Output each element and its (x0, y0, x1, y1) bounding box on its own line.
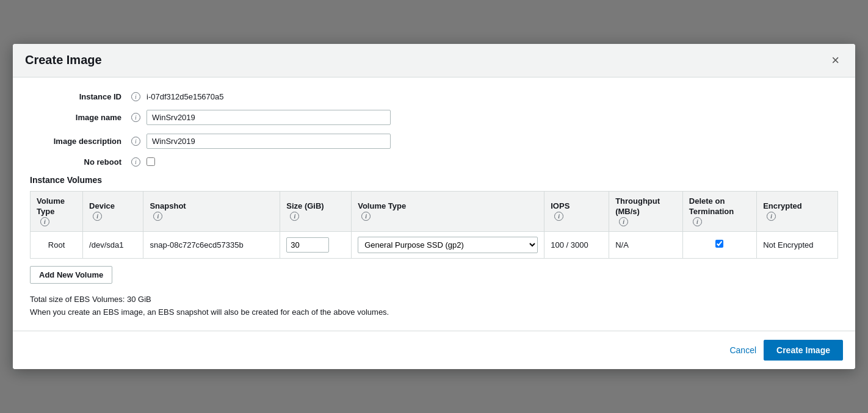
volumes-table-header-row: Volume Type i Device i (31, 191, 838, 231)
th-device-icon: i (93, 212, 102, 221)
instance-id-value: i-07df312d5e15670a5 (146, 92, 224, 101)
th-volume-type-icon: i (40, 217, 49, 226)
volumes-table-body: Root /dev/sda1 snap-08c727c6ecd57335b Ge… (31, 231, 838, 258)
image-description-info-icon: i (131, 137, 140, 146)
th-snapshot: Snapshot i (143, 191, 280, 231)
delete-on-termination-checkbox[interactable] (715, 240, 723, 248)
image-name-info-icon: i (131, 113, 140, 122)
cancel-button[interactable]: Cancel (729, 345, 756, 355)
table-row: Root /dev/sda1 snap-08c727c6ecd57335b Ge… (31, 231, 838, 258)
th-volume-type-col-icon: i (361, 212, 371, 221)
th-iops: IOPS i (544, 191, 609, 231)
instance-id-row: Instance ID i i-07df312d5e15670a5 (30, 92, 838, 101)
th-size-icon: i (290, 212, 299, 221)
add-volume-label: Add New Volume (39, 270, 103, 279)
footer-line2: When you create an EBS image, an EBS sna… (30, 306, 838, 319)
image-name-label: Image name (30, 113, 128, 122)
modal-body: Instance ID i i-07df312d5e15670a5 Image … (13, 77, 855, 331)
th-delete-on-termination: Delete on Termination i (682, 191, 756, 231)
th-throughput: Throughput (MB/s) i (609, 191, 683, 231)
row-snapshot: snap-08c727c6ecd57335b (143, 231, 280, 258)
add-volume-button[interactable]: Add New Volume (30, 266, 112, 284)
instance-id-info-icon: i (131, 92, 140, 101)
row-device: /dev/sda1 (83, 231, 143, 258)
no-reboot-label: No reboot (30, 157, 128, 167)
instance-id-label: Instance ID (30, 92, 128, 101)
create-image-button[interactable]: Create Image (764, 340, 843, 361)
th-throughput-icon: i (619, 217, 628, 226)
instance-volumes-section-title: Instance Volumes (30, 175, 838, 185)
footer-info: Total size of EBS Volumes: 30 GiB When y… (30, 293, 838, 319)
volumes-table-header: Volume Type i Device i (31, 191, 838, 231)
th-encrypted: Encrypted i (757, 191, 838, 231)
th-volume-type: Volume Type i (31, 191, 83, 231)
th-size: Size (GiB) i (280, 191, 352, 231)
th-encrypted-icon: i (767, 212, 776, 221)
volume-type-select[interactable]: General Purpose SSD (gp2) General Purpos… (358, 237, 538, 253)
modal-overlay: Create Image × Instance ID i i-07df312d5… (0, 0, 868, 413)
image-name-row: Image name i (30, 110, 838, 125)
row-iops: 100 / 3000 (544, 231, 609, 258)
row-throughput: N/A (609, 231, 683, 258)
modal-footer: Cancel Create Image (13, 331, 855, 369)
no-reboot-row: No reboot i (30, 157, 838, 167)
th-iops-icon: i (554, 212, 563, 221)
row-volume-type: Root (31, 231, 83, 258)
no-reboot-info-icon: i (131, 157, 140, 167)
image-description-label: Image description (30, 137, 128, 146)
row-size (280, 231, 352, 258)
footer-line1: Total size of EBS Volumes: 30 GiB (30, 293, 838, 306)
close-button[interactable]: × (828, 52, 843, 68)
row-delete-on-termination (682, 231, 756, 258)
size-input[interactable] (286, 237, 329, 253)
th-device: Device i (83, 191, 143, 231)
th-snapshot-icon: i (153, 212, 162, 221)
image-description-input[interactable] (146, 134, 391, 149)
create-image-modal: Create Image × Instance ID i i-07df312d5… (13, 44, 855, 370)
image-description-row: Image description i (30, 134, 838, 149)
th-volume-type-col: Volume Type i (352, 191, 544, 231)
row-volume-type-select-cell: General Purpose SSD (gp2) General Purpos… (352, 231, 544, 258)
th-delete-icon: i (693, 217, 702, 226)
no-reboot-checkbox[interactable] (146, 157, 155, 166)
modal-title: Create Image (25, 53, 102, 67)
row-encrypted: Not Encrypted (757, 231, 838, 258)
volumes-table: Volume Type i Device i (30, 191, 838, 259)
modal-header: Create Image × (13, 44, 855, 77)
image-name-input[interactable] (146, 110, 391, 125)
